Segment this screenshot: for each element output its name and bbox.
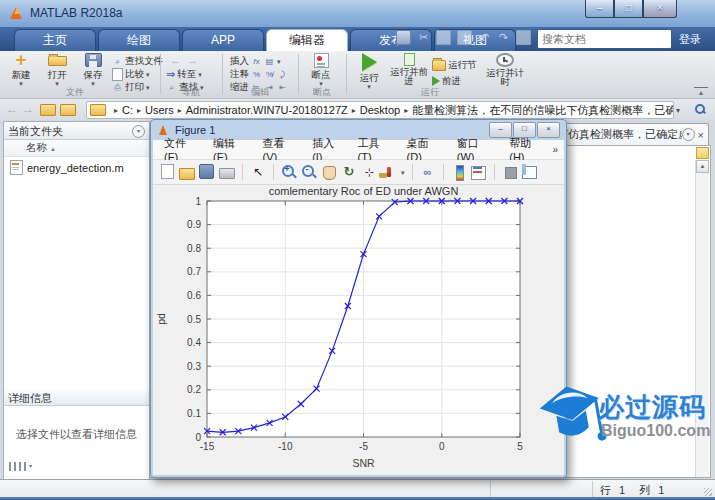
pan-icon[interactable] (321, 164, 337, 180)
collapse-ribbon-icon[interactable]: ▲ (694, 87, 708, 97)
crumb-drive[interactable]: C: (122, 104, 133, 116)
status-bar: 行1 列1 (0, 479, 715, 498)
svg-text:-10: -10 (278, 441, 293, 452)
file-row[interactable]: energy_detection.m (4, 157, 149, 177)
breadcrumb[interactable]: ▸ C: ▸ Users ▸ Administrator.WIN7U-20180… (86, 101, 674, 119)
menu-help[interactable]: 帮助(H) (502, 136, 552, 163)
address-search-icon[interactable] (694, 103, 706, 115)
redo-icon[interactable]: ↷ (497, 31, 510, 44)
tab-apps[interactable]: APP (182, 29, 264, 51)
open-file-icon[interactable] (179, 164, 195, 180)
row-col-indicator: 行1 列1 (600, 483, 664, 498)
menu-overflow-icon[interactable]: » (552, 144, 558, 155)
menu-insert[interactable]: 插入(I) (305, 136, 350, 163)
copy-icon[interactable] (436, 30, 451, 45)
hide-plot-tools-icon[interactable] (502, 164, 518, 180)
brush-caret-icon[interactable]: ▾ (401, 170, 405, 175)
run-advance-button[interactable]: 运行并前进 (390, 53, 428, 86)
doc-search-input[interactable] (538, 33, 688, 45)
zoom-out-icon[interactable]: - (301, 164, 317, 180)
zoom-in-icon[interactable]: + (281, 164, 297, 180)
save-icon[interactable] (396, 30, 411, 45)
panel-menu-icon[interactable]: ▾ (132, 125, 145, 138)
colorbar-icon[interactable] (451, 164, 467, 180)
login-link[interactable]: 登录 (679, 32, 701, 47)
doc-search-box[interactable] (537, 29, 672, 49)
brush-icon[interactable] (381, 164, 397, 180)
forward-nav-icon[interactable]: → (22, 102, 34, 116)
data-cursor-icon[interactable]: ⊹ (361, 164, 377, 180)
document-bar-icon[interactable] (696, 147, 709, 159)
browse-folder-icon[interactable] (60, 104, 76, 119)
current-folder-header[interactable]: 当前文件夹 ▾ (4, 122, 149, 140)
nav-arrows[interactable]: ← → (170, 54, 198, 66)
goto-icon: ⇒ (166, 68, 175, 81)
menu-file[interactable]: 文件(F) (157, 136, 206, 163)
crumb-users[interactable]: Users (145, 104, 174, 116)
address-dropdown-icon[interactable]: ▾ (676, 106, 680, 115)
details-bars-button[interactable]: ▾ (9, 462, 32, 471)
new-figure-icon[interactable] (159, 164, 175, 180)
show-plot-tools-icon[interactable] (522, 164, 538, 180)
menu-window[interactable]: 窗口(W) (450, 136, 503, 163)
run-time-button[interactable]: 运行并计时 (486, 53, 524, 86)
new-script-button[interactable]: + 新建 ▾ (4, 53, 38, 86)
forward-icon[interactable]: → (187, 54, 198, 66)
save-button[interactable]: 保存 ▾ (76, 53, 110, 86)
close-button[interactable]: × (643, 0, 677, 18)
breakpoints-button[interactable]: 断点 ▾ (304, 53, 338, 86)
switch-window-icon[interactable] (516, 30, 531, 45)
details-header[interactable]: 详细信息 (4, 390, 149, 406)
figure-canvas[interactable]: -15-10-50500.10.20.30.40.50.60.70.80.91c… (153, 185, 564, 475)
folder-icon (90, 104, 106, 116)
restore-button[interactable]: □ (614, 0, 643, 18)
compare-button[interactable]: 比较 ▾ (112, 68, 150, 80)
crumb-desktop[interactable]: Desktop (360, 104, 400, 116)
insert-row[interactable]: 插入 𝑓x ▤ ▾ (230, 55, 281, 67)
print-figure-icon[interactable] (219, 164, 235, 180)
back-nav-icon[interactable]: ← (6, 102, 18, 116)
tab-plots[interactable]: 绘图 (98, 29, 180, 51)
cut-icon[interactable]: ✂ (417, 31, 430, 44)
file-group-label: 文件 (40, 86, 110, 99)
undo-icon[interactable]: ↶ (478, 31, 491, 44)
legend-icon[interactable] (471, 164, 487, 180)
save-figure-icon[interactable] (199, 164, 215, 180)
tab-editor[interactable]: 编辑器 (266, 29, 348, 51)
svg-text:0.3: 0.3 (187, 361, 201, 372)
print-button[interactable]: ⎙ 打印 ▾ (112, 81, 150, 93)
svg-text:0.1: 0.1 (187, 408, 201, 419)
tab-home[interactable]: 主页 (14, 29, 96, 51)
matlab-logo-icon (8, 5, 24, 21)
run-button[interactable]: 运行 ▾ (352, 53, 386, 86)
menu-view[interactable]: 查看(V) (256, 136, 306, 163)
tab-close-icon[interactable]: × (698, 129, 704, 141)
goto-button[interactable]: ⇒ 转至 ▾ (166, 68, 202, 80)
name-column-header[interactable]: 名称 ▲ (4, 140, 149, 157)
menu-edit[interactable]: 编辑(E) (206, 136, 256, 163)
menu-desktop[interactable]: 桌面(D) (400, 136, 450, 163)
back-icon[interactable]: ← (170, 54, 181, 66)
tab-menu-icon[interactable]: ▾ (682, 128, 695, 141)
open-button[interactable]: 打开 ▾ (40, 53, 74, 86)
find-files-button[interactable]: ⌕ 查找文件 (112, 55, 163, 67)
link-plots-icon[interactable]: ∞ (420, 164, 436, 180)
row-value: 1 (619, 484, 625, 496)
menu-tools[interactable]: 工具(T) (351, 136, 400, 163)
crumb-folder-name[interactable]: 能量检测算法，在不同的信噪比下仿真检测概率，已确定虚警概率 (412, 103, 674, 118)
rotate-3d-icon[interactable]: ↻ (341, 164, 357, 180)
crumb-admin[interactable]: Administrator.WIN7U-20180127Z (186, 104, 348, 116)
up-folder-icon[interactable] (40, 104, 56, 119)
scroll-up-icon[interactable]: ▲ (696, 160, 709, 173)
app-title: MATLAB R2018a (30, 6, 123, 20)
editor-tab[interactable]: 下仿真检测概率，已确定虚警... ▾ × (552, 123, 709, 145)
resize-grip[interactable] (704, 488, 712, 496)
minimize-button[interactable]: – (585, 0, 614, 18)
figure-window[interactable]: Figure 1 – □ × 文件(F) 编辑(E) 查看(V) 插入(I) 工… (150, 119, 567, 478)
run-section-button[interactable]: 运行节 (432, 59, 477, 71)
edit-plot-icon[interactable]: ↖ (250, 164, 266, 180)
paste-icon[interactable] (457, 30, 472, 45)
find-files-icon: ⌕ (112, 56, 123, 67)
col-value: 1 (658, 484, 664, 496)
comment-row[interactable]: 注释 % %̸ ⤸ (230, 68, 288, 80)
